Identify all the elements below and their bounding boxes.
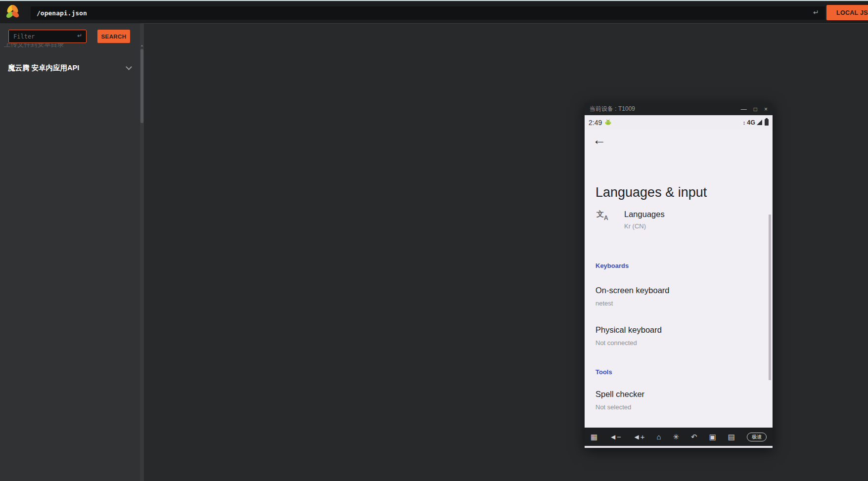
local-json-file-button[interactable]: LOCAL JSON FILE [826, 5, 868, 20]
sidebar-scrollbar[interactable]: ▲ [140, 23, 144, 481]
scrollbar-up-arrow-icon[interactable]: ▲ [140, 44, 143, 47]
sidebar-item[interactable] [0, 391, 140, 405]
sidebar-item[interactable] [0, 272, 140, 287]
volume-up-icon[interactable]: ◄+ [633, 433, 645, 441]
sidebar-item[interactable] [0, 316, 140, 331]
top-bar: ↵ LOCAL JSON FILE [0, 1, 868, 23]
android-status-bar: 2:49 ↕ 4G [585, 115, 773, 130]
sidebar: ↵ SEARCH 上传文件到安卓目录 魔云腾 安卓内应用API [0, 23, 140, 481]
scrollbar-thumb[interactable] [140, 49, 143, 123]
back-arrow-icon[interactable]: ← [593, 132, 606, 148]
translate-icon: 文 A [596, 210, 611, 223]
apps-grid-icon[interactable]: ▦ [591, 433, 597, 441]
return-icon: ↵ [77, 32, 82, 39]
sidebar-item[interactable] [0, 124, 140, 138]
close-icon[interactable]: × [764, 106, 768, 113]
sidebar-item[interactable] [0, 346, 140, 361]
volume-down-icon[interactable]: ◄− [609, 433, 621, 441]
screenshot-camera-icon[interactable]: ▣ [709, 433, 716, 441]
app-logo-icon [4, 3, 22, 21]
paw-icon[interactable]: ✳ [673, 433, 679, 441]
spell-checker-value: Not selected [595, 403, 631, 411]
emulator-title: 当前设备 : T1009 [585, 105, 635, 113]
chevron-down-icon [126, 64, 132, 70]
minimize-icon[interactable]: — [741, 106, 747, 113]
onscreen-keyboard-value: netest [595, 300, 613, 307]
window-controls: — □ × [741, 106, 768, 113]
filter-input[interactable] [8, 30, 87, 43]
sidebar-item[interactable] [0, 168, 140, 183]
back-undo-icon[interactable]: ↶ [691, 433, 697, 441]
sidebar-item[interactable] [0, 109, 140, 124]
keyboards-section-label: Keyboards [595, 262, 629, 269]
spec-url-input[interactable] [31, 6, 825, 20]
languages-row[interactable]: Languages [624, 210, 665, 219]
sidebar-item[interactable] [0, 242, 140, 257]
sidebar-item[interactable] [0, 183, 140, 198]
network-type-label: 4G [747, 119, 755, 126]
sidebar-item[interactable] [0, 331, 140, 346]
battery-icon [765, 119, 769, 126]
emulator-window: 当前设备 : T1009 — □ × 2:49 ↕ 4G [585, 103, 773, 448]
maximize-icon[interactable]: □ [754, 106, 757, 113]
speed-mode-pill[interactable]: 极速 [747, 433, 767, 441]
sidebar-section-label: 魔云腾 安卓内应用API [0, 63, 79, 73]
sidebar-item-clipped[interactable]: 上传文件到安卓目录 [4, 44, 64, 51]
updown-arrows-icon: ↕ [743, 120, 746, 126]
sidebar-item[interactable] [0, 287, 140, 302]
layers-icon[interactable]: ▤ [728, 433, 735, 441]
sidebar-item[interactable] [0, 138, 140, 153]
sidebar-item[interactable] [0, 435, 140, 450]
spell-checker-row[interactable]: Spell checker [595, 390, 644, 399]
screen-title: Languages & input [595, 185, 707, 200]
sidebar-item[interactable] [0, 153, 140, 168]
sidebar-item[interactable] [0, 227, 140, 242]
screen-scrollbar[interactable] [769, 215, 771, 380]
sidebar-nav [0, 79, 140, 480]
search-button[interactable]: SEARCH [97, 30, 130, 43]
rapidoc-api-page: ↵ LOCAL JSON FILE ↵ SEARCH 上传文件到安卓目录 魔云腾… [0, 0, 868, 481]
emulator-title-bar[interactable]: 当前设备 : T1009 — □ × [585, 103, 773, 115]
physical-keyboard-row[interactable]: Physical keyboard [595, 325, 662, 335]
sidebar-item[interactable] [0, 465, 140, 480]
home-icon[interactable]: ⌂ [656, 433, 661, 441]
onscreen-keyboard-row[interactable]: On-screen keyboard [595, 286, 670, 295]
sidebar-item[interactable] [0, 94, 140, 109]
emulator-toolbar: ▦ ◄− ◄+ ⌂ ✳ ↶ ▣ ▤ 极速 [585, 428, 773, 446]
sidebar-section-header[interactable]: 魔云腾 安卓内应用API [0, 59, 140, 76]
sidebar-item[interactable] [0, 361, 140, 376]
sidebar-item[interactable] [0, 405, 140, 420]
return-icon: ↵ [813, 8, 819, 16]
status-icons: ↕ 4G [743, 119, 769, 126]
tools-section-label: Tools [595, 368, 612, 376]
sidebar-item[interactable] [0, 376, 140, 391]
android-screen: ← Languages & input 文 A Languages Kr (CN… [585, 130, 773, 428]
signal-icon [757, 120, 762, 125]
sidebar-item[interactable] [0, 420, 140, 435]
sidebar-item[interactable] [0, 302, 140, 316]
emulator-window-bottom-edge [585, 446, 773, 448]
sidebar-item[interactable] [0, 79, 140, 94]
physical-keyboard-value: Not connected [595, 339, 637, 347]
status-time: 2:49 [589, 119, 602, 127]
android-robot-icon [605, 119, 611, 126]
languages-value: Kr (CN) [624, 222, 646, 230]
sidebar-item[interactable] [0, 213, 140, 227]
sidebar-item[interactable] [0, 257, 140, 272]
sidebar-item[interactable] [0, 450, 140, 465]
sidebar-item[interactable] [0, 198, 140, 213]
